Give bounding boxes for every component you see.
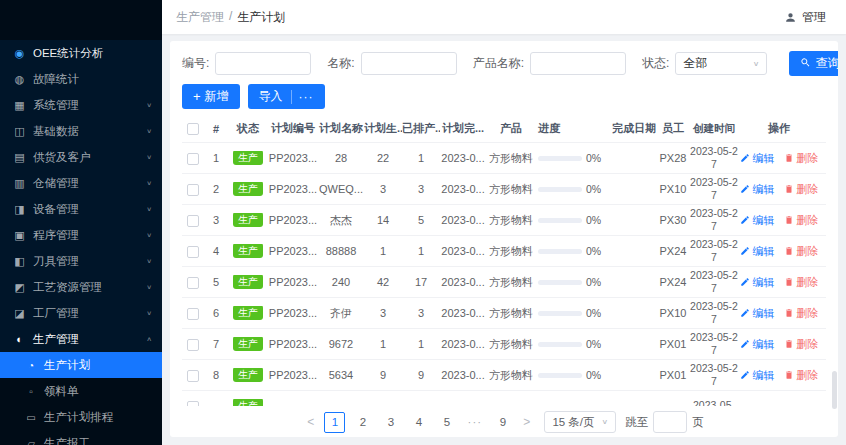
jump-label: 跳至 <box>625 415 648 430</box>
column-header-index: # <box>204 123 228 135</box>
jump-page-input[interactable] <box>653 411 687 433</box>
import-more-icon[interactable]: ··· <box>291 90 314 104</box>
sidebar-subitem-1[interactable]: ▫领料单 <box>0 378 162 404</box>
cell-product: 方形物料 <box>486 275 536 290</box>
cell-plan-no: PP2023... <box>268 214 318 226</box>
sidebar-item-11[interactable]: ◐生产管理∧ <box>0 326 162 352</box>
status-badge: 生产 <box>233 306 263 320</box>
cell-progress: 0% <box>536 338 612 350</box>
row-checkbox[interactable] <box>187 308 199 320</box>
chevron-down-icon: ∨ <box>146 180 152 187</box>
edit-link[interactable]: 编辑 <box>740 151 775 166</box>
sidebar-item-3[interactable]: ◫基础数据∨ <box>0 118 162 144</box>
page-size-select[interactable]: 15 条/页∨ <box>544 411 616 433</box>
filter-select-status[interactable]: 全部 ∨ <box>675 52 767 75</box>
edit-link[interactable]: 编辑 <box>740 306 775 321</box>
cell-actions: 编辑删除 <box>738 368 820 383</box>
chevron-up-icon: ∧ <box>146 336 152 343</box>
progress-value: 0% <box>586 183 601 195</box>
row-checkbox[interactable] <box>187 339 199 351</box>
edit-link[interactable]: 编辑 <box>740 275 775 290</box>
sidebar-subitem-2[interactable]: ▭生产计划排程 <box>0 404 162 430</box>
sidebar-item-label: 供货及客户 <box>33 150 91 165</box>
page-button-9[interactable]: 9 <box>492 412 513 433</box>
sidebar-item-9[interactable]: ◩工艺资源管理∨ <box>0 274 162 300</box>
page-button-4[interactable]: 4 <box>408 412 429 433</box>
sidebar-item-0[interactable]: ◉OEE统计分析 <box>0 40 162 66</box>
cell-plan-no: PP2023... <box>268 338 318 350</box>
cell-progress: 0% <box>536 183 612 195</box>
sidebar-item-4[interactable]: ▤供货及客户∨ <box>0 144 162 170</box>
row-checkbox[interactable] <box>187 277 199 289</box>
edit-link[interactable]: 编辑 <box>740 337 775 352</box>
edit-link[interactable]: 编辑 <box>740 244 775 259</box>
sidebar-subitem-3[interactable]: ▱生产报工 <box>0 430 162 445</box>
user-icon <box>784 11 797 24</box>
row-checkbox[interactable] <box>187 401 199 406</box>
cell-product: 方形物料 <box>486 182 536 197</box>
cell-plan-qty: 14 <box>364 214 402 226</box>
chevron-down-icon: ∨ <box>753 60 760 68</box>
delete-link[interactable]: 删除 <box>784 213 819 228</box>
sidebar-item-1[interactable]: ◍故障统计 <box>0 66 162 92</box>
table-header-row: #状态计划编号计划名称计划生...已排产...计划完...产品进度完成日期员工创… <box>182 115 826 143</box>
page-button-1[interactable]: 1 <box>324 412 345 433</box>
edit-link[interactable]: 编辑 <box>740 368 775 383</box>
filter-input-product[interactable] <box>530 52 626 75</box>
cell-plan-finish: 2023-0... <box>440 245 486 257</box>
cell-product: 方形物料 <box>486 337 536 352</box>
filter-input-number[interactable] <box>215 52 311 75</box>
sidebar-item-10[interactable]: ◪工厂管理∨ <box>0 300 162 326</box>
prev-page-button[interactable]: < <box>304 415 317 429</box>
add-button[interactable]: + 新增 <box>182 84 240 109</box>
next-page-button[interactable]: > <box>520 415 533 429</box>
cell-plan-finish: 2023-0... <box>440 152 486 164</box>
sidebar-item-7[interactable]: ▣程序管理∨ <box>0 222 162 248</box>
import-button-label: 导入 <box>259 88 283 105</box>
chevron-down-icon: ∨ <box>146 232 152 239</box>
cell-plan-no: PP2023... <box>268 307 318 319</box>
progress-value: 0% <box>586 276 601 288</box>
page-button-2[interactable]: 2 <box>352 412 373 433</box>
breadcrumb-current: 生产计划 <box>237 9 285 26</box>
trash-icon <box>784 339 794 349</box>
sidebar-subitem-0[interactable]: ◔生产计划 <box>0 352 162 378</box>
row-checkbox[interactable] <box>187 370 199 382</box>
edit-link[interactable]: 编辑 <box>740 213 775 228</box>
page-button-5[interactable]: 5 <box>436 412 457 433</box>
cell-plan-finish: 2023-0... <box>440 183 486 195</box>
row-checkbox[interactable] <box>187 153 199 165</box>
cell-plan-qty: 42 <box>364 276 402 288</box>
edit-link[interactable]: 编辑 <box>740 182 775 197</box>
select-all-checkbox[interactable] <box>187 123 199 135</box>
filter-input-name[interactable] <box>361 52 457 75</box>
cell-status: 生产 <box>228 306 268 320</box>
row-checkbox[interactable] <box>187 184 199 196</box>
delete-link[interactable]: 删除 <box>784 182 819 197</box>
sidebar-item-5[interactable]: ▥仓储管理∨ <box>0 170 162 196</box>
cell-scheduled: 1 <box>402 338 440 350</box>
delete-link[interactable]: 删除 <box>784 151 819 166</box>
sidebar-item-8[interactable]: ◧刀具管理∨ <box>0 248 162 274</box>
filter-field-status: 状态: 全部 ∨ <box>642 52 767 75</box>
row-checkbox[interactable] <box>187 215 199 227</box>
search-button[interactable]: 查询 <box>789 51 838 76</box>
delete-link[interactable]: 删除 <box>784 337 819 352</box>
column-header-created: 创建时间 <box>690 122 738 135</box>
delete-link[interactable]: 删除 <box>784 368 819 383</box>
breadcrumb-section[interactable]: 生产管理 <box>176 9 224 26</box>
delete-link[interactable]: 删除 <box>784 275 819 290</box>
user-menu[interactable]: 管理 <box>784 9 826 26</box>
scrollbar-thumb[interactable] <box>832 371 837 409</box>
sidebar-item-2[interactable]: ▦系统管理∨ <box>0 92 162 118</box>
edit-icon <box>740 339 750 349</box>
page-button-3[interactable]: 3 <box>380 412 401 433</box>
progress-value: 0% <box>586 369 601 381</box>
delete-link[interactable]: 删除 <box>784 244 819 259</box>
sidebar-item-6[interactable]: ◨设备管理∨ <box>0 196 162 222</box>
delete-link[interactable]: 删除 <box>784 306 819 321</box>
row-checkbox[interactable] <box>187 246 199 258</box>
import-button[interactable]: 导入 ··· <box>248 84 325 109</box>
edit-icon <box>740 184 750 194</box>
content: 编号: 名称: 产品名称: 状态: 全部 <box>162 34 846 445</box>
